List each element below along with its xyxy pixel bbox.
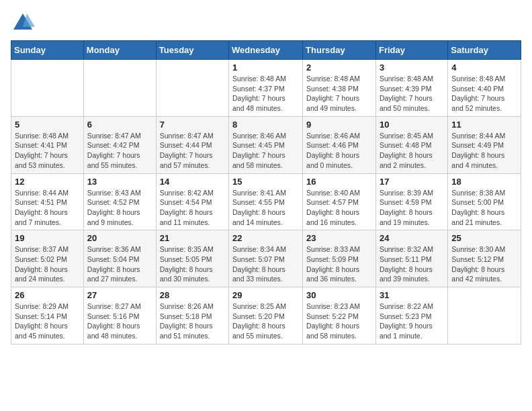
calendar-week-row: 5Sunrise: 8:48 AM Sunset: 4:41 PM Daylig… <box>11 116 521 173</box>
calendar-cell <box>11 60 84 117</box>
day-info: Sunrise: 8:22 AM Sunset: 5:23 PM Dayligh… <box>380 302 444 341</box>
calendar-cell: 31Sunrise: 8:22 AM Sunset: 5:23 PM Dayli… <box>375 287 447 345</box>
calendar-cell: 10Sunrise: 8:45 AM Sunset: 4:48 PM Dayli… <box>375 116 447 173</box>
day-info: Sunrise: 8:47 AM Sunset: 4:42 PM Dayligh… <box>87 131 152 171</box>
calendar-cell: 5Sunrise: 8:48 AM Sunset: 4:41 PM Daylig… <box>11 116 84 173</box>
calendar-cell <box>83 60 156 117</box>
calendar-cell: 30Sunrise: 8:23 AM Sunset: 5:22 PM Dayli… <box>303 287 376 345</box>
day-number: 17 <box>380 177 444 187</box>
day-info: Sunrise: 8:33 AM Sunset: 5:09 PM Dayligh… <box>306 244 372 284</box>
calendar-cell: 27Sunrise: 8:27 AM Sunset: 5:16 PM Dayli… <box>83 287 156 345</box>
day-number: 11 <box>451 120 517 130</box>
calendar-cell: 7Sunrise: 8:47 AM Sunset: 4:44 PM Daylig… <box>156 116 228 173</box>
calendar-week-row: 1Sunrise: 8:48 AM Sunset: 4:37 PM Daylig… <box>11 60 521 117</box>
day-number: 26 <box>15 290 80 300</box>
day-info: Sunrise: 8:37 AM Sunset: 5:02 PM Dayligh… <box>15 244 80 284</box>
calendar-cell: 21Sunrise: 8:35 AM Sunset: 5:05 PM Dayli… <box>156 230 228 287</box>
day-info: Sunrise: 8:43 AM Sunset: 4:52 PM Dayligh… <box>87 188 152 228</box>
day-info: Sunrise: 8:26 AM Sunset: 5:18 PM Dayligh… <box>160 302 225 341</box>
day-number: 24 <box>380 233 444 243</box>
calendar-cell: 11Sunrise: 8:44 AM Sunset: 4:49 PM Dayli… <box>448 116 521 173</box>
logo <box>11 11 38 35</box>
day-info: Sunrise: 8:48 AM Sunset: 4:37 PM Dayligh… <box>232 74 299 113</box>
day-number: 28 <box>160 290 225 300</box>
day-number: 12 <box>15 177 80 187</box>
day-of-week-header: Friday <box>375 41 447 60</box>
day-number: 20 <box>87 233 152 243</box>
day-info: Sunrise: 8:48 AM Sunset: 4:41 PM Dayligh… <box>15 131 80 171</box>
calendar-week-row: 12Sunrise: 8:44 AM Sunset: 4:51 PM Dayli… <box>11 173 521 230</box>
calendar-cell: 22Sunrise: 8:34 AM Sunset: 5:07 PM Dayli… <box>229 230 303 287</box>
day-info: Sunrise: 8:23 AM Sunset: 5:22 PM Dayligh… <box>306 302 372 341</box>
day-info: Sunrise: 8:41 AM Sunset: 4:55 PM Dayligh… <box>232 188 299 228</box>
calendar-cell: 26Sunrise: 8:29 AM Sunset: 5:14 PM Dayli… <box>11 287 84 345</box>
calendar-cell: 13Sunrise: 8:43 AM Sunset: 4:52 PM Dayli… <box>83 173 156 230</box>
day-number: 31 <box>380 290 444 300</box>
calendar-cell: 16Sunrise: 8:40 AM Sunset: 4:57 PM Dayli… <box>303 173 376 230</box>
day-info: Sunrise: 8:46 AM Sunset: 4:45 PM Dayligh… <box>232 131 299 171</box>
day-info: Sunrise: 8:32 AM Sunset: 5:11 PM Dayligh… <box>380 244 444 284</box>
day-number: 16 <box>306 177 372 187</box>
day-info: Sunrise: 8:30 AM Sunset: 5:12 PM Dayligh… <box>451 244 517 284</box>
day-info: Sunrise: 8:45 AM Sunset: 4:48 PM Dayligh… <box>380 131 444 171</box>
day-info: Sunrise: 8:44 AM Sunset: 4:51 PM Dayligh… <box>15 188 80 228</box>
calendar-cell: 6Sunrise: 8:47 AM Sunset: 4:42 PM Daylig… <box>83 116 156 173</box>
day-of-week-header: Thursday <box>303 41 376 60</box>
calendar-cell: 1Sunrise: 8:48 AM Sunset: 4:37 PM Daylig… <box>229 60 303 117</box>
day-number: 9 <box>306 120 372 130</box>
calendar-cell: 28Sunrise: 8:26 AM Sunset: 5:18 PM Dayli… <box>156 287 228 345</box>
calendar-cell: 9Sunrise: 8:46 AM Sunset: 4:46 PM Daylig… <box>303 116 376 173</box>
day-info: Sunrise: 8:48 AM Sunset: 4:39 PM Dayligh… <box>380 74 444 113</box>
calendar-cell <box>448 287 521 345</box>
calendar-cell: 19Sunrise: 8:37 AM Sunset: 5:02 PM Dayli… <box>11 230 84 287</box>
day-info: Sunrise: 8:48 AM Sunset: 4:38 PM Dayligh… <box>306 74 372 113</box>
calendar-cell: 25Sunrise: 8:30 AM Sunset: 5:12 PM Dayli… <box>448 230 521 287</box>
day-info: Sunrise: 8:42 AM Sunset: 4:54 PM Dayligh… <box>160 188 225 228</box>
day-of-week-header: Sunday <box>11 41 84 60</box>
calendar-header-row: SundayMondayTuesdayWednesdayThursdayFrid… <box>11 41 521 60</box>
calendar-table: SundayMondayTuesdayWednesdayThursdayFrid… <box>11 40 521 345</box>
day-number: 25 <box>451 233 517 243</box>
day-info: Sunrise: 8:34 AM Sunset: 5:07 PM Dayligh… <box>232 244 299 284</box>
day-of-week-header: Saturday <box>448 41 521 60</box>
day-number: 23 <box>306 233 372 243</box>
day-info: Sunrise: 8:47 AM Sunset: 4:44 PM Dayligh… <box>160 131 225 171</box>
calendar-cell: 4Sunrise: 8:48 AM Sunset: 4:40 PM Daylig… <box>448 60 521 117</box>
day-number: 19 <box>15 233 80 243</box>
day-info: Sunrise: 8:46 AM Sunset: 4:46 PM Dayligh… <box>306 131 372 171</box>
day-of-week-header: Wednesday <box>229 41 303 60</box>
calendar-cell: 23Sunrise: 8:33 AM Sunset: 5:09 PM Dayli… <box>303 230 376 287</box>
day-number: 21 <box>160 233 225 243</box>
day-info: Sunrise: 8:44 AM Sunset: 4:49 PM Dayligh… <box>451 131 517 171</box>
day-number: 10 <box>380 120 444 130</box>
day-info: Sunrise: 8:27 AM Sunset: 5:16 PM Dayligh… <box>87 302 152 341</box>
day-number: 1 <box>232 62 299 73</box>
calendar-cell: 15Sunrise: 8:41 AM Sunset: 4:55 PM Dayli… <box>229 173 303 230</box>
day-info: Sunrise: 8:39 AM Sunset: 4:59 PM Dayligh… <box>380 188 444 228</box>
day-number: 3 <box>380 62 444 73</box>
calendar-cell: 20Sunrise: 8:36 AM Sunset: 5:04 PM Dayli… <box>83 230 156 287</box>
day-of-week-header: Monday <box>83 41 156 60</box>
day-number: 30 <box>306 290 372 300</box>
day-number: 6 <box>87 120 152 130</box>
calendar-cell: 14Sunrise: 8:42 AM Sunset: 4:54 PM Dayli… <box>156 173 228 230</box>
calendar-cell: 29Sunrise: 8:25 AM Sunset: 5:20 PM Dayli… <box>229 287 303 345</box>
day-number: 22 <box>232 233 299 243</box>
day-number: 2 <box>306 62 372 73</box>
calendar-cell <box>156 60 228 117</box>
page-header <box>11 11 521 35</box>
calendar-week-row: 19Sunrise: 8:37 AM Sunset: 5:02 PM Dayli… <box>11 230 521 287</box>
day-number: 18 <box>451 177 517 187</box>
day-number: 7 <box>160 120 225 130</box>
day-number: 4 <box>451 62 517 73</box>
calendar-cell: 24Sunrise: 8:32 AM Sunset: 5:11 PM Dayli… <box>375 230 447 287</box>
day-info: Sunrise: 8:29 AM Sunset: 5:14 PM Dayligh… <box>15 302 80 341</box>
day-number: 14 <box>160 177 225 187</box>
day-info: Sunrise: 8:35 AM Sunset: 5:05 PM Dayligh… <box>160 244 225 284</box>
day-info: Sunrise: 8:40 AM Sunset: 4:57 PM Dayligh… <box>306 188 372 228</box>
day-info: Sunrise: 8:25 AM Sunset: 5:20 PM Dayligh… <box>232 302 299 341</box>
calendar-cell: 3Sunrise: 8:48 AM Sunset: 4:39 PM Daylig… <box>375 60 447 117</box>
calendar-week-row: 26Sunrise: 8:29 AM Sunset: 5:14 PM Dayli… <box>11 287 521 345</box>
calendar-cell: 17Sunrise: 8:39 AM Sunset: 4:59 PM Dayli… <box>375 173 447 230</box>
day-info: Sunrise: 8:48 AM Sunset: 4:40 PM Dayligh… <box>451 74 517 113</box>
